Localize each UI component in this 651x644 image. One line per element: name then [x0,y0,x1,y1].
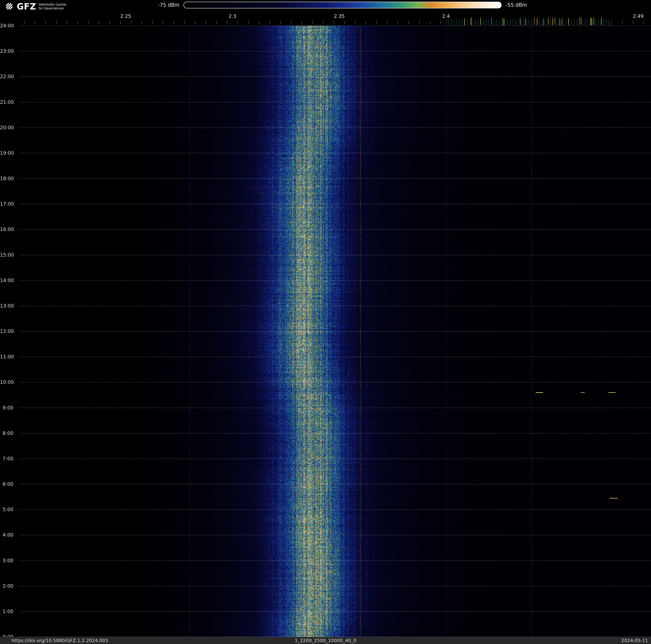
time-tick-label: 13:00 [0,303,13,309]
colorbar-max-label: -55 dBm [506,2,527,8]
logo-subtitle-line2: for Geosciences [39,6,66,10]
time-tick-label: 12:00 [0,328,13,334]
colorbar-min-label: -75 dBm [158,2,179,8]
date-label: 2024-05-11 [621,638,648,643]
time-tick-label: 18:00 [0,176,13,181]
time-tick-label: 19:00 [0,150,13,156]
colorbar: -75 dBm -55 dBm [158,2,527,8]
time-tick-label: 4:00 [0,532,13,538]
time-tick-label: 23:00 [0,48,13,54]
time-tick-label: 17:00 [0,201,13,207]
logo-subtitle: Helmholtz Centre for Geosciences [39,3,66,10]
time-tick-label: 1:00 [0,609,13,614]
time-tick-label: 20:00 [0,125,13,130]
time-tick-label: 15:00 [0,252,13,258]
frequency-ticks-canvas [0,17,651,26]
dataset-name: 1_2200_2500_10000_40_0 [295,638,356,643]
time-tick-label: 3:00 [0,558,13,563]
time-tick-label: 24:00 [0,23,13,28]
time-tick-label: 8:00 [0,431,13,436]
spectrogram-page: GFZ Helmholtz Centre for Geosciences -75… [0,0,651,644]
logo-subtitle-line1: Helmholtz Centre [39,3,66,6]
time-tick-label: 21:00 [0,99,13,105]
colorbar-gradient [184,2,501,8]
footer-bar: https://doi.org/10.5880/GFZ.1.2.2024.003… [0,637,651,644]
time-tick-label: 7:00 [0,456,13,461]
time-tick-label: 10:00 [0,379,13,385]
time-axis: 24:0023:0022:0021:0020:0019:0018:0017:00… [0,0,19,644]
time-tick-label: 22:00 [0,74,13,79]
grid-overlay-canvas [19,26,651,637]
time-tick-label: 2:00 [0,583,13,589]
time-tick-label: 6:00 [0,481,13,487]
time-tick-label: 9:00 [0,405,13,410]
time-tick-label: 16:00 [0,227,13,232]
time-tick-label: 11:00 [0,354,13,359]
logo-brand: GFZ [17,2,36,11]
doi-text: https://doi.org/10.5880/GFZ.1.2.2024.003 [11,638,108,643]
time-tick-label: 14:00 [0,277,13,283]
time-tick-label: 5:00 [0,507,13,512]
